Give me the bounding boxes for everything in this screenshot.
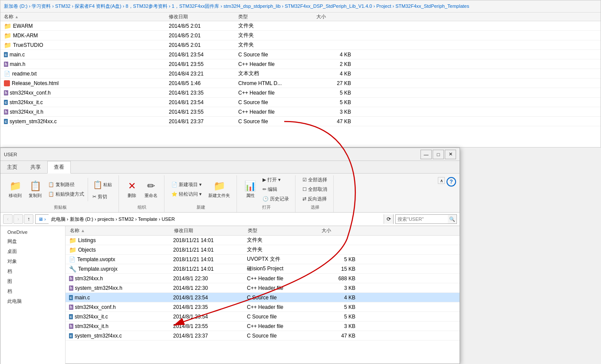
file-row[interactable]: h stm32f4xx.h 2014/8/1 22:30 C++ Header …	[66, 274, 460, 283]
paste-shortcut-button[interactable]: 📋 粘贴快捷方式	[46, 190, 87, 199]
bg-file-row[interactable]: c stm32f4xx_it.c 2014/8/1 23:54 C Source…	[0, 98, 601, 107]
new-item-button[interactable]: 📄 新建项目 ▾	[169, 180, 204, 189]
file-name-cell: h stm32f4xx_it.h	[69, 323, 173, 329]
select-all-button[interactable]: ☑ 全部选择	[300, 175, 330, 184]
file-type: C++ Header file	[238, 61, 316, 67]
file-row[interactable]: 📁 Objects 2018/11/21 14:01 文件夹	[66, 245, 460, 255]
file-name-cell: h stm32f4xx.h	[69, 275, 173, 282]
properties-button[interactable]: 📊 属性	[241, 178, 259, 201]
file-name: MDK-ARM	[13, 33, 38, 39]
bg-file-row[interactable]: 📁 TrueSTUDIO 2014/8/5 2:01 文件夹	[0, 40, 601, 50]
easy-access-button[interactable]: ⭐ 轻松访问 ▾	[169, 190, 204, 199]
file-name-cell: 🔧 Template.uvprojx	[69, 266, 173, 272]
file-date: 2014/8/5 1:46	[169, 80, 238, 86]
file-row[interactable]: h stm32f4xx_it.h 2014/8/1 23:55 C++ Head…	[66, 321, 460, 331]
search-button[interactable]: 🔍	[448, 215, 456, 223]
bg-col-name: 名称 ▲	[4, 13, 169, 20]
col-size-header[interactable]: 大小	[321, 227, 355, 234]
sidebar-item-files[interactable]: 档	[0, 266, 65, 276]
sidebar-item-pics[interactable]: 图	[0, 276, 65, 286]
rename-label: 重命名	[145, 193, 158, 199]
file-type: C Source file	[238, 99, 316, 105]
select-none-button[interactable]: ☐ 全部取消	[300, 185, 330, 194]
file-size: 5 KB	[321, 304, 355, 310]
bg-breadcrumb: 新加卷 (D:) › 学习资料 › STM32 › 探索者F4 资料盘(A盘) …	[0, 0, 601, 13]
new-folder-button[interactable]: 📁 新建文件夹	[205, 178, 233, 201]
bg-col-size: 大小	[316, 13, 351, 20]
file-row[interactable]: c main.c 2014/8/1 23:54 C Source file 4 …	[66, 293, 460, 302]
folder-icon: 📁	[69, 246, 76, 253]
edit-button[interactable]: ✏ 编辑	[260, 185, 292, 194]
open-button[interactable]: ▶ 打开 ▾	[260, 175, 292, 184]
copy-path-button[interactable]: 📋 复制路径	[46, 180, 87, 189]
ribbon-collapse-button[interactable]: ∧	[438, 177, 445, 184]
file-name: Listings	[78, 237, 96, 243]
bg-file-row[interactable]: h stm32f4xx_conf.h 2014/8/1 23:35 C++ He…	[0, 88, 601, 98]
forward-button[interactable]: ›	[13, 214, 23, 224]
back-button[interactable]: ‹	[3, 214, 13, 224]
move-to-button[interactable]: 📁 移动到	[6, 178, 25, 201]
minimize-button[interactable]: —	[420, 150, 432, 159]
bg-file-row[interactable]: h stm32f4xx_it.h 2014/8/1 23:55 C++ Head…	[0, 107, 601, 117]
sidebar-item-netdisk[interactable]: 网盘	[0, 236, 65, 246]
bg-breadcrumb-text: 新加卷 (D:) › 学习资料 › STM32 › 探索者F4 资料盘(A盘) …	[4, 3, 469, 10]
bg-column-header: 名称 ▲ 修改日期 类型 大小	[0, 13, 601, 21]
file-size: 5 KB	[321, 256, 355, 262]
rename-button[interactable]: ✏ 重命名	[141, 178, 161, 201]
sidebar-item-thispc[interactable]: 此电脑	[0, 296, 65, 306]
tab-share[interactable]: 共享	[24, 161, 47, 173]
invert-select-button[interactable]: ⇄ 反向选择	[300, 194, 330, 203]
address-input[interactable]	[49, 214, 384, 224]
background-explorer: 新加卷 (D:) › 学习资料 › STM32 › 探索者F4 资料盘(A盘) …	[0, 0, 601, 148]
bg-file-row[interactable]: 📁 EWARM 2014/8/5 2:01 文件夹	[0, 21, 601, 31]
file-size: 47 KB	[316, 118, 351, 125]
help-button[interactable]: ?	[447, 177, 456, 187]
paste-button[interactable]: 📋 粘贴	[90, 178, 115, 192]
file-name: stm32f4xx_conf.h	[10, 90, 51, 96]
col-extra-header	[355, 227, 368, 234]
file-type: 確ision5 Project	[247, 265, 321, 272]
generic-icon: 📄	[69, 256, 76, 262]
delete-button[interactable]: ✕ 删除	[123, 178, 141, 201]
bg-file-row[interactable]: c main.c 2014/8/1 23:54 C Source file 4 …	[0, 50, 601, 59]
search-input[interactable]	[396, 216, 448, 222]
tab-view[interactable]: 查看	[47, 161, 71, 174]
file-type: 文件夹	[238, 22, 316, 30]
main-window: USER — □ ✕ 主页 共享 查看 📁 移动到 📋	[0, 148, 460, 364]
open-group-label: 打开	[262, 204, 271, 210]
edit-label: 编辑	[268, 186, 277, 193]
up-button[interactable]: ↑	[24, 214, 33, 224]
file-row[interactable]: 📁 Listings 2018/11/21 14:01 文件夹	[66, 236, 460, 245]
file-row[interactable]: 🔧 Template.uvprojx 2018/11/21 14:01 確isi…	[66, 264, 460, 274]
bg-file-row[interactable]: 📄 readme.txt 2014/8/4 23:21 文本文档 4 KB	[0, 69, 601, 79]
txt-icon: 📄	[4, 71, 10, 77]
file-row[interactable]: h system_stm32f4xx.h 2014/8/1 22:30 C++ …	[66, 283, 460, 293]
file-date: 2014/8/1 23:54	[173, 295, 247, 301]
ribbon-content: 📁 移动到 📋 复制到 📋 复制路径 📋	[0, 174, 460, 212]
file-row[interactable]: 📄 Template.uvoptx 2018/11/21 14:01 UVOPT…	[66, 255, 460, 264]
sidebar-item-docs[interactable]: 档	[0, 286, 65, 296]
file-row[interactable]: h stm32f4xx_conf.h 2014/8/1 23:35 C++ He…	[66, 302, 460, 312]
tab-home[interactable]: 主页	[0, 161, 24, 173]
close-button[interactable]: ✕	[445, 150, 456, 159]
refresh-button[interactable]: ⟳	[384, 214, 393, 224]
history-button[interactable]: 🕒 历史记录	[260, 194, 292, 203]
bg-file-row[interactable]: 📁 MDK-ARM 2014/8/5 2:01 文件夹	[0, 31, 601, 40]
bg-file-row[interactable]: h main.h 2014/8/1 23:55 C++ Header file …	[0, 59, 601, 69]
sidebar-item-objects[interactable]: 对象	[0, 256, 65, 266]
file-row[interactable]: c system_stm32f4xx.c 2014/8/1 23:37 C So…	[66, 331, 460, 341]
col-date-header[interactable]: 修改日期	[173, 227, 247, 234]
sidebar-item-desktop[interactable]: 桌面	[0, 246, 65, 256]
file-date: 2014/8/1 23:54	[169, 52, 238, 58]
cut-button[interactable]: ✂ 剪切	[90, 192, 115, 201]
maximize-button[interactable]: □	[433, 150, 444, 159]
h-icon: h	[4, 109, 8, 115]
bg-file-row[interactable]: c system_stm32f4xx.c 2014/8/1 23:37 C So…	[0, 117, 601, 126]
col-type-header[interactable]: 类型	[247, 227, 321, 234]
file-row[interactable]: c stm32f4xx_it.c 2014/8/1 23:54 C Source…	[66, 312, 460, 321]
col-name-header[interactable]: 名称 ▲	[69, 227, 173, 234]
sidebar-item-onedrive[interactable]: OneDrive	[0, 228, 65, 236]
bg-file-row[interactable]: Release_Notes.html 2014/8/5 1:46 Chrome …	[0, 79, 601, 88]
copy-to-button[interactable]: 📋 复制到	[26, 178, 45, 201]
file-name: main.h	[10, 61, 26, 67]
